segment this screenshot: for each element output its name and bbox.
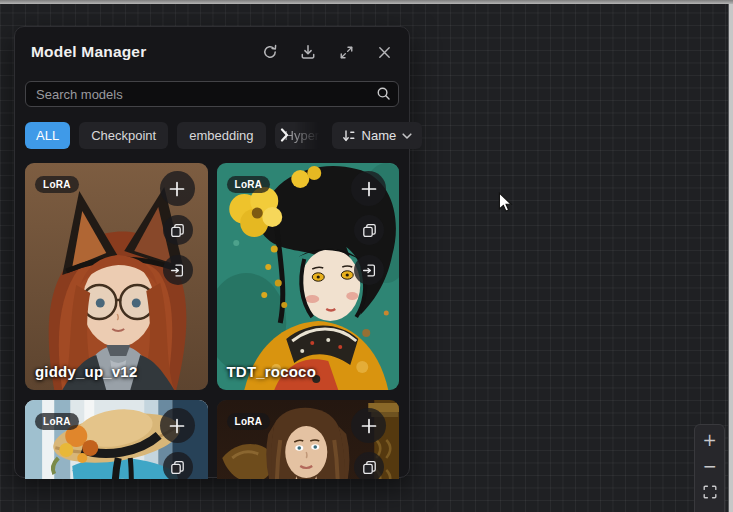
zoom-out-button[interactable]: − bbox=[697, 454, 722, 478]
filter-tab-all[interactable]: ALL bbox=[25, 122, 70, 149]
panel-header: Model Manager bbox=[25, 39, 399, 65]
model-name: giddy_up_v12 bbox=[35, 363, 137, 380]
load-model-button[interactable] bbox=[163, 255, 193, 285]
filter-tab-embedding[interactable]: embedding bbox=[177, 122, 265, 149]
sort-descending-icon bbox=[342, 129, 356, 143]
refresh-button[interactable] bbox=[261, 43, 279, 61]
panel-header-actions bbox=[261, 43, 393, 61]
model-type-badge: LoRA bbox=[227, 176, 271, 193]
filter-tab-checkpoint[interactable]: Checkpoint bbox=[79, 122, 168, 149]
close-button[interactable] bbox=[375, 43, 393, 61]
model-card[interactable]: LoRA bbox=[25, 400, 208, 479]
add-model-button[interactable] bbox=[351, 171, 386, 206]
model-card[interactable]: LoRA bbox=[25, 163, 208, 390]
node-canvas[interactable]: Model Manager bbox=[0, 0, 733, 512]
plus-icon bbox=[169, 418, 185, 434]
search-input[interactable] bbox=[25, 81, 399, 107]
import-icon bbox=[362, 263, 377, 278]
search-box bbox=[25, 81, 399, 107]
model-grid: LoRA bbox=[25, 163, 399, 479]
model-type-badge: LoRA bbox=[227, 413, 271, 430]
chevron-right-icon[interactable] bbox=[280, 128, 289, 146]
plus-icon bbox=[361, 181, 377, 197]
model-type-badge: LoRA bbox=[35, 176, 79, 193]
model-name: TDT_rococo bbox=[227, 363, 317, 380]
expand-icon bbox=[339, 45, 354, 60]
model-type-badge: LoRA bbox=[35, 413, 79, 430]
page-title: Model Manager bbox=[31, 43, 146, 61]
add-model-button[interactable] bbox=[160, 171, 195, 206]
chevron-down-icon bbox=[402, 128, 412, 143]
copy-icon bbox=[362, 460, 377, 475]
copy-model-button[interactable] bbox=[354, 452, 384, 479]
copy-icon bbox=[362, 223, 377, 238]
load-model-button[interactable] bbox=[354, 255, 384, 285]
copy-model-button[interactable] bbox=[163, 215, 193, 245]
download-icon bbox=[300, 44, 316, 60]
copy-icon bbox=[170, 460, 185, 475]
model-manager-panel: Model Manager bbox=[14, 26, 410, 478]
copy-model-button[interactable] bbox=[354, 215, 384, 245]
add-model-button[interactable] bbox=[351, 408, 386, 443]
model-card[interactable]: LoRA bbox=[217, 400, 400, 479]
close-icon bbox=[377, 45, 392, 60]
add-model-button[interactable] bbox=[160, 408, 195, 443]
mouse-cursor bbox=[498, 192, 513, 217]
plus-icon bbox=[361, 418, 377, 434]
download-button[interactable] bbox=[299, 43, 317, 61]
filter-row: ALL Checkpoint embedding Hypernetwork Na… bbox=[25, 122, 399, 149]
fit-view-icon bbox=[703, 485, 717, 499]
copy-icon bbox=[170, 223, 185, 238]
canvas-zoom-toolbar: + − bbox=[694, 424, 725, 512]
import-icon bbox=[170, 263, 185, 278]
expand-button[interactable] bbox=[337, 43, 355, 61]
refresh-icon bbox=[262, 44, 278, 60]
sort-label: Name bbox=[362, 128, 397, 143]
window-top-edge bbox=[0, 0, 733, 4]
copy-model-button[interactable] bbox=[163, 452, 193, 479]
sort-dropdown[interactable]: Name bbox=[332, 122, 423, 149]
window-right-edge bbox=[728, 0, 733, 512]
fit-view-button[interactable] bbox=[697, 480, 722, 504]
model-list-viewport[interactable]: LoRA bbox=[25, 163, 399, 479]
model-card[interactable]: LoRA bbox=[217, 163, 400, 390]
plus-icon bbox=[169, 181, 185, 197]
zoom-in-button[interactable]: + bbox=[697, 428, 722, 452]
